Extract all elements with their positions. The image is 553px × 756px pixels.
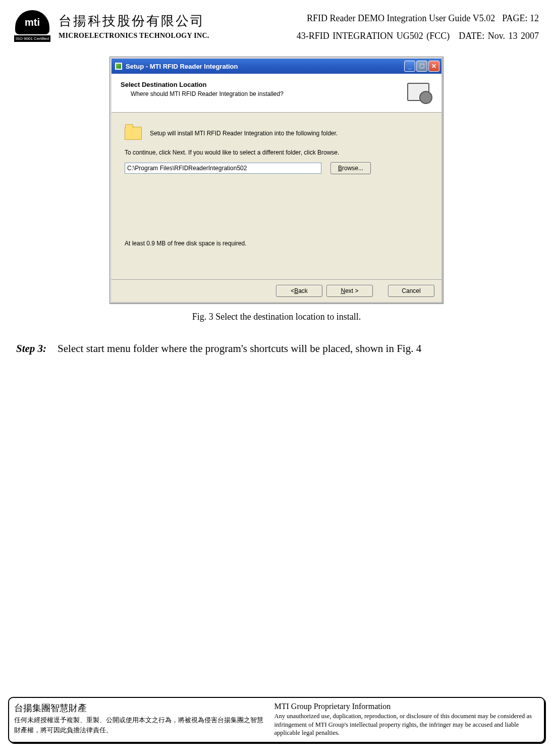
installer-icon (115, 62, 123, 70)
footer-en-title: MTI Group Proprietary Information (274, 702, 539, 711)
page-number: PAGE: 12 (502, 13, 539, 24)
next-button[interactable]: Next > (326, 285, 373, 297)
guide-title: RFID Reader DEMO Integration User Guide … (307, 13, 495, 24)
minimize-button[interactable]: _ (404, 61, 415, 72)
wizard-header: Select Destination Location Where should… (112, 74, 441, 113)
footer-cn-body: 任何未經授權逕予複製、重製、公開或使用本文之行為，將被視為侵害台揚集團之智慧財產… (14, 715, 266, 735)
step-label: Step 3: (16, 342, 46, 355)
folder-icon (125, 127, 142, 140)
footer-en-body: Any unauthorized use, duplication, repro… (274, 712, 539, 737)
install-line: Setup will install MTI RFID Reader Integ… (150, 130, 338, 137)
logo-block: mti ISO 9001 Certified (14, 10, 50, 42)
computer-disk-icon (407, 83, 429, 101)
wizard-heading: Select Destination Location (121, 81, 401, 88)
disk-space-note: At least 0.9 MB of free disk space is re… (125, 240, 428, 247)
footer-cn-title: 台揚集團智慧財產 (14, 702, 266, 714)
company-name-cn: 台揚科技股份有限公司 (59, 12, 209, 30)
destination-path-value: C:\Program Files\RFIDReaderIntegration50… (127, 165, 247, 172)
iso-badge: ISO 9001 Certified (14, 35, 50, 42)
cancel-button[interactable]: Cancel (388, 285, 434, 297)
maximize-button[interactable]: ☐ (416, 61, 427, 72)
back-button[interactable]: < Back (276, 285, 322, 297)
proprietary-footer: 台揚集團智慧財產 任何未經授權逕予複製、重製、公開或使用本文之行為，將被視為侵害… (8, 697, 545, 743)
company-name-en: MICROELECTRONICS TECHNOLOGY INC. (59, 32, 209, 40)
step-3: Step 3: Select start menu folder where t… (14, 342, 539, 355)
company-name-block: 台揚科技股份有限公司 MICROELECTRONICS TECHNOLOGY I… (59, 12, 209, 40)
destination-path-input[interactable]: C:\Program Files\RFIDReaderIntegration50… (125, 163, 321, 174)
wizard-subheading: Where should MTI RFID Reader Integration… (131, 90, 401, 97)
wizard-footer: < Back Next > Cancel (112, 279, 441, 302)
browse-button[interactable]: Browse... (330, 162, 371, 174)
doc-date: DATE: Nov. 13 2007 (459, 31, 539, 41)
close-button[interactable]: ✕ (428, 61, 439, 72)
destination-icon (407, 81, 432, 106)
company-logo-icon: mti (15, 10, 49, 34)
titlebar: Setup - MTI RFID Reader Integration _ ☐ … (112, 59, 441, 74)
window-title: Setup - MTI RFID Reader Integration (126, 63, 401, 70)
doc-code: 43-RFID INTEGRATION UG502 (FCC) (297, 31, 450, 41)
header-meta: RFID Reader DEMO Integration User Guide … (297, 13, 539, 41)
step-text: Select start menu folder where the progr… (58, 342, 421, 355)
wizard-body: Setup will install MTI RFID Reader Integ… (112, 113, 441, 279)
setup-dialog: Setup - MTI RFID Reader Integration _ ☐ … (110, 57, 443, 304)
page-header: mti ISO 9001 Certified 台揚科技股份有限公司 MICROE… (14, 10, 539, 42)
continue-line: To continue, click Next. If you would li… (125, 149, 428, 156)
figure-caption: Fig. 3 Select the destination location t… (14, 312, 539, 322)
